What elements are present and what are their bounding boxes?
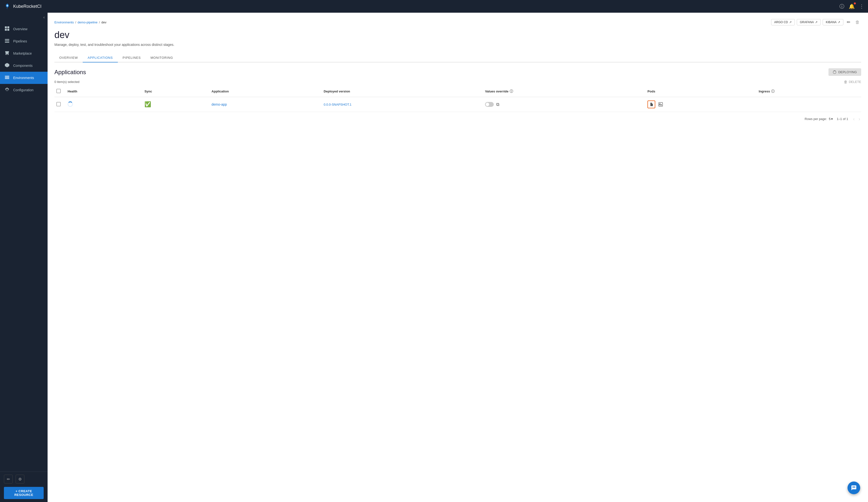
sidebar-item-configuration[interactable]: Configuration — [0, 84, 48, 96]
sync-check-icon: ✅ — [144, 101, 151, 107]
chat-fab-button[interactable] — [848, 481, 860, 494]
edit-page-button[interactable]: ✏ — [845, 19, 852, 26]
page-info: 1–1 of 1 — [837, 117, 848, 121]
table-row: ✅ demo-app 0.0.0-SNAPSHOT.1 ⧉ — [54, 97, 861, 112]
col-application: Application — [208, 86, 320, 97]
svg-rect-9 — [5, 77, 9, 78]
next-page-button[interactable]: › — [858, 116, 861, 122]
create-resource-button[interactable]: + CREATE RESOURCE — [4, 487, 44, 499]
notification-badge — [854, 2, 856, 4]
row-application-cell: demo-app — [208, 97, 320, 112]
delete-icon: 🗑 — [844, 80, 848, 84]
sidebar-item-environments[interactable]: Environments — [0, 72, 48, 84]
sidebar-item-components[interactable]: Components — [0, 60, 48, 72]
more-menu-icon[interactable]: ⋮ — [859, 3, 864, 9]
sidebar: ‹ Overview Pipelines Marketplace — [0, 13, 48, 502]
rows-per-page-select[interactable]: 5 ▾ — [829, 117, 833, 121]
sidebar-item-components-label: Components — [13, 64, 32, 67]
rows-per-page: Rows per page: 5 ▾ — [805, 117, 833, 121]
deployed-version-value: 0.0.0-SNAPSHOT.1 — [324, 103, 352, 106]
page-subtitle: Manage, deploy, test, and troubleshoot y… — [54, 43, 861, 46]
svg-marker-7 — [5, 63, 9, 67]
sidebar-item-pipelines-label: Pipelines — [13, 39, 27, 43]
select-all-checkbox[interactable] — [56, 89, 61, 93]
argo-cd-external-icon: ↗ — [789, 21, 792, 24]
pipelines-icon — [4, 38, 10, 44]
tab-monitoring[interactable]: MONITORING — [146, 53, 178, 62]
breadcrumb-environments[interactable]: Environments — [54, 21, 74, 24]
tab-overview[interactable]: OVERVIEW — [54, 53, 83, 62]
edit-settings-icon[interactable]: ✏ — [4, 475, 13, 483]
table-header: Health Sync Application Deployed version… — [54, 86, 861, 97]
col-values-override: Values override ⓘ — [482, 86, 644, 97]
rows-per-page-value: 5 — [829, 117, 830, 121]
col-deployed-version: Deployed version — [320, 86, 482, 97]
gear-settings-icon[interactable]: ⚙ — [16, 475, 24, 483]
delete-label: DELETE — [849, 80, 861, 84]
collapse-sidebar-button[interactable]: ‹ — [43, 15, 45, 20]
svg-rect-10 — [5, 78, 9, 79]
row-checkbox-cell — [54, 97, 64, 112]
page-nav: ‹ › — [852, 116, 861, 122]
sidebar-nav: Overview Pipelines Marketplace Component… — [0, 22, 48, 471]
deploying-label: DEPLOYING — [838, 70, 857, 74]
svg-rect-5 — [5, 41, 9, 41]
tab-pipelines[interactable]: PIPELINES — [118, 53, 146, 62]
breadcrumb-pipeline[interactable]: demo-pipeline — [78, 21, 97, 24]
svg-rect-3 — [7, 29, 9, 31]
deploying-spinner — [833, 71, 836, 74]
breadcrumb-current: dev — [101, 21, 106, 24]
marketplace-icon — [4, 51, 10, 56]
col-sync: Sync — [141, 86, 208, 97]
tab-applications[interactable]: APPLICATIONS — [83, 53, 117, 62]
items-selected-label: 0 item(s) selected — [54, 80, 80, 84]
applications-section-title: Applications — [54, 69, 86, 76]
row-checkbox[interactable] — [56, 102, 61, 106]
sidebar-item-overview[interactable]: Overview — [0, 23, 48, 35]
delete-button[interactable]: 🗑 DELETE — [844, 80, 861, 84]
breadcrumb-actions: ARGO CD ↗ GRAFANA ↗ KIBANA ↗ ✏ 🗑 — [771, 19, 861, 26]
prev-page-button[interactable]: ‹ — [852, 116, 856, 122]
info-icon[interactable]: ⓘ — [839, 3, 844, 10]
row-values-override-cell: ⧉ — [482, 97, 644, 112]
values-override-toggle[interactable] — [485, 102, 494, 107]
delete-page-button[interactable]: 🗑 — [854, 19, 861, 26]
applications-table: Health Sync Application Deployed version… — [54, 86, 861, 112]
logo-icon — [4, 3, 11, 10]
svg-rect-6 — [5, 42, 9, 43]
col-ingress: Ingress ⓘ — [755, 86, 861, 97]
col-pods: Pods — [644, 86, 755, 97]
table-toolbar: 0 item(s) selected 🗑 DELETE — [54, 80, 861, 84]
notification-icon[interactable]: 🔔 — [849, 3, 855, 9]
breadcrumb: Environments / demo-pipeline / dev ARGO … — [54, 19, 861, 26]
main-layout: ‹ Overview Pipelines Marketplace — [0, 13, 868, 502]
sidebar-item-pipelines[interactable]: Pipelines — [0, 35, 48, 47]
applications-section-header: Applications DEPLOYING — [54, 68, 861, 76]
grafana-button[interactable]: GRAFANA ↗ — [797, 19, 821, 25]
values-override-external-icon[interactable]: ⧉ — [496, 102, 499, 107]
table-body: ✅ demo-app 0.0.0-SNAPSHOT.1 ⧉ — [54, 97, 861, 112]
application-link[interactable]: demo-app — [211, 103, 227, 106]
tabs: OVERVIEW APPLICATIONS PIPELINES MONITORI… — [54, 53, 861, 62]
svg-rect-8 — [5, 76, 9, 76]
deploying-button[interactable]: DEPLOYING — [828, 68, 861, 76]
sidebar-bottom-icons: ✏ ⚙ — [4, 475, 44, 483]
sidebar-toggle: ‹ — [0, 13, 48, 22]
col-health: Health — [64, 86, 141, 97]
sidebar-item-marketplace[interactable]: Marketplace — [0, 47, 48, 60]
pagination: Rows per page: 5 ▾ 1–1 of 1 ‹ › — [54, 116, 861, 122]
top-nav: KubeRocketCI ⓘ 🔔 ⋮ — [0, 0, 868, 13]
svg-rect-4 — [5, 39, 9, 40]
svg-rect-11 — [659, 103, 663, 106]
kibana-button[interactable]: KIBANA ↗ — [823, 19, 843, 25]
values-override-info-icon: ⓘ — [510, 89, 513, 94]
argo-cd-button[interactable]: ARGO CD ↗ — [771, 19, 795, 25]
kibana-external-icon: ↗ — [838, 21, 840, 24]
pod-file-icon[interactable] — [648, 101, 655, 108]
row-pods-cell — [644, 97, 755, 112]
pod-image-icon[interactable] — [657, 101, 664, 108]
breadcrumb-sep-2: / — [99, 21, 100, 24]
app-name: KubeRocketCI — [13, 4, 41, 9]
sidebar-bottom: ✏ ⚙ + CREATE RESOURCE — [0, 471, 48, 502]
pods-icons — [648, 101, 752, 108]
